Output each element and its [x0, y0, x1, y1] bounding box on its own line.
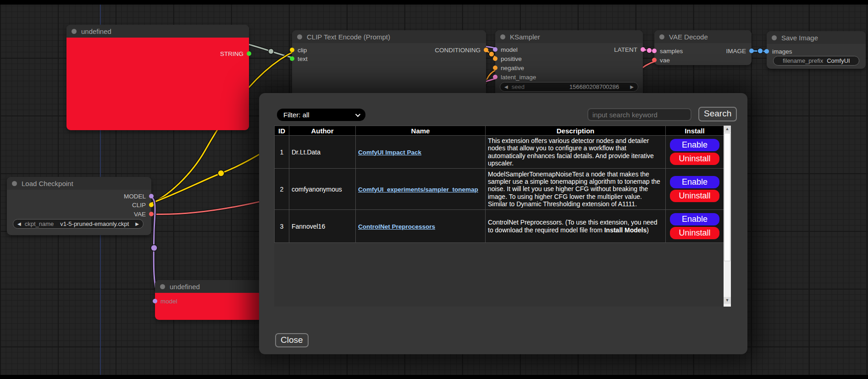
- output-dot-latent[interactable]: [641, 47, 645, 52]
- input-slot-negative[interactable]: negative: [493, 64, 524, 71]
- cell-description: ModelSamplerTonemapNoiseTest a node that…: [486, 169, 666, 210]
- output-slot-string[interactable]: STRING: [220, 50, 251, 57]
- scroll-up-icon[interactable]: ▲: [724, 126, 731, 132]
- header-name: Name: [356, 126, 486, 136]
- uninstall-button[interactable]: Uninstall: [670, 190, 719, 202]
- reroute-dot-clip[interactable]: [218, 170, 224, 176]
- node-title-bar[interactable]: CLIP Text Encode (Prompt): [292, 30, 486, 43]
- input-slot-model[interactable]: model: [153, 297, 177, 305]
- cell-author: comfyanonymous: [289, 169, 356, 210]
- ckpt-name-widget[interactable]: ◀ ckpt_name v1-5-pruned-emaonly.ckpt ▶: [13, 219, 144, 229]
- input-slot-model[interactable]: model: [493, 46, 518, 53]
- cell-id: 3: [275, 210, 289, 243]
- node-vae-decode[interactable]: VAE Decode samples vae IMAGE: [654, 30, 752, 65]
- bottom-letterbox: [0, 375, 868, 379]
- cell-description: This extension offers various detector n…: [486, 136, 666, 169]
- reroute-dot-image[interactable]: [757, 48, 763, 54]
- input-dot-clip[interactable]: [290, 48, 294, 52]
- node-collapse-dot[interactable]: [500, 34, 505, 39]
- node-undefined-top[interactable]: undefined STRING: [66, 25, 249, 130]
- slot-label: negative: [501, 65, 524, 71]
- input-slot-clip[interactable]: clip: [290, 46, 307, 54]
- input-slot-samples[interactable]: samples: [652, 47, 683, 55]
- output-dot-vae[interactable]: [149, 212, 154, 216]
- output-dot-clip[interactable]: [149, 203, 154, 207]
- node-collapse-dot[interactable]: [12, 181, 17, 186]
- reroute-dot-latent[interactable]: [647, 48, 652, 53]
- decrement-arrow-icon[interactable]: ◀: [504, 85, 508, 89]
- filename-prefix-widget[interactable]: filename_prefix ComfyUI: [773, 56, 859, 66]
- node-title: undefined: [170, 283, 200, 291]
- node-collapse-dot[interactable]: [72, 29, 77, 34]
- input-dot-positive[interactable]: [493, 56, 498, 61]
- output-slot-conditioning[interactable]: CONDITIONING: [435, 46, 488, 54]
- output-slot-image[interactable]: IMAGE: [726, 47, 754, 55]
- output-slot-latent[interactable]: LATENT: [614, 46, 645, 53]
- enable-button[interactable]: Enable: [670, 176, 719, 188]
- extension-link[interactable]: ComfyUI Impact Pack: [358, 149, 421, 156]
- uninstall-button[interactable]: Uninstall: [670, 153, 719, 165]
- node-title-bar[interactable]: Save Image: [767, 31, 866, 44]
- widget-name: ckpt_name: [25, 220, 54, 227]
- increment-arrow-icon[interactable]: ▶: [135, 222, 139, 226]
- output-slot-model[interactable]: MODEL: [124, 192, 154, 200]
- node-collapse-dot[interactable]: [160, 284, 165, 289]
- node-collapse-dot[interactable]: [659, 34, 664, 39]
- output-dot-string[interactable]: [247, 51, 251, 56]
- enable-button[interactable]: Enable: [670, 139, 719, 151]
- slot-label: clip: [298, 47, 307, 54]
- slot-label: text: [298, 55, 308, 62]
- node-collapse-dot[interactable]: [297, 34, 302, 39]
- input-dot-images[interactable]: [764, 49, 769, 54]
- node-collapse-dot[interactable]: [772, 35, 777, 40]
- input-slot-images[interactable]: images: [764, 48, 792, 55]
- input-slot-latent-image[interactable]: latent_image: [493, 73, 536, 81]
- cell-id: 2: [275, 169, 289, 210]
- seed-widget[interactable]: ◀ seed 156680208700286 ▶: [500, 82, 638, 92]
- node-title-bar[interactable]: Load Checkpoint: [7, 177, 151, 190]
- output-dot-image[interactable]: [749, 49, 754, 53]
- increment-arrow-icon[interactable]: ▶: [630, 85, 634, 89]
- app-window: undefined STRING CLIP Text Encode (Promp…: [0, 0, 868, 379]
- widget-name: seed: [512, 83, 525, 90]
- widget-value: 156680208700286: [569, 83, 619, 90]
- node-load-checkpoint[interactable]: Load Checkpoint MODEL CLIP VAE ◀ ckpt_na…: [7, 177, 151, 235]
- reroute-dot-model[interactable]: [151, 245, 157, 251]
- scrollbar-thumb[interactable]: [724, 133, 730, 261]
- node-ksampler[interactable]: KSampler model positive negative latent_…: [495, 30, 643, 97]
- chevron-down-icon: [355, 111, 360, 116]
- node-save-image[interactable]: Save Image images filename_prefix ComfyU…: [767, 31, 866, 69]
- scroll-down-icon[interactable]: ▼: [724, 297, 731, 304]
- enable-button[interactable]: Enable: [670, 213, 719, 225]
- output-slot-clip[interactable]: CLIP: [132, 201, 154, 209]
- node-title-bar[interactable]: VAE Decode: [654, 30, 752, 43]
- extension-link[interactable]: ComfyUI_experiments/sampler_tonemap: [358, 186, 478, 193]
- close-button[interactable]: Close: [275, 333, 309, 347]
- input-dot-samples[interactable]: [652, 49, 657, 53]
- node-title-bar[interactable]: undefined: [66, 25, 249, 38]
- input-slot-positive[interactable]: positive: [493, 55, 522, 62]
- input-slot-text[interactable]: text: [290, 55, 308, 62]
- input-dot-model[interactable]: [153, 299, 157, 303]
- input-dot-negative[interactable]: [493, 66, 498, 70]
- uninstall-button[interactable]: Uninstall: [670, 227, 719, 239]
- cell-author: Dr.Lt.Data: [289, 136, 356, 169]
- filter-select[interactable]: Filter: all: [277, 109, 365, 121]
- top-letterbox: [0, 0, 868, 5]
- widget-value: v1-5-pruned-emaonly.ckpt: [60, 220, 129, 227]
- output-dot-model[interactable]: [149, 194, 154, 198]
- extension-link[interactable]: ControlNet Preprocessors: [358, 223, 435, 230]
- decrement-arrow-icon[interactable]: ◀: [17, 222, 21, 226]
- input-slot-vae[interactable]: vae: [652, 56, 670, 64]
- table-scrollbar[interactable]: ▲ ▼: [724, 126, 731, 307]
- input-dot-latent-image[interactable]: [493, 75, 498, 79]
- reroute-dot-string[interactable]: [268, 49, 274, 54]
- output-slot-vae[interactable]: VAE: [134, 210, 154, 218]
- node-title-bar[interactable]: KSampler: [495, 30, 643, 43]
- input-dot-text[interactable]: [290, 56, 294, 61]
- input-dot-vae[interactable]: [652, 58, 657, 62]
- search-input[interactable]: [587, 108, 691, 121]
- input-dot-model[interactable]: [493, 47, 498, 52]
- output-dot-conditioning[interactable]: [484, 48, 488, 52]
- search-button[interactable]: Search: [698, 107, 737, 121]
